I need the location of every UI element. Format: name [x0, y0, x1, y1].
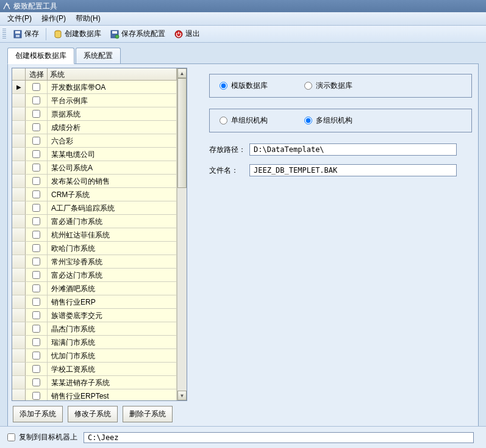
row-header[interactable] [12, 322, 26, 335]
row-system-cell[interactable]: 发布某公司的销售 [48, 175, 177, 187]
row-system-cell[interactable]: 销售行业ERPTest [48, 389, 177, 400]
menu-help[interactable]: 帮助(H) [71, 12, 105, 25]
radio-demo-db[interactable]: 演示数据库 [304, 81, 352, 91]
row-checkbox[interactable] [32, 190, 40, 198]
row-header[interactable] [12, 228, 26, 241]
table-row[interactable]: 富必达门市系统 [12, 269, 177, 282]
table-row[interactable]: 某公司系统A [12, 161, 177, 175]
row-header[interactable] [12, 349, 26, 362]
row-header[interactable] [12, 363, 26, 375]
delete-subsystem-button[interactable]: 删除子系统 [123, 406, 173, 422]
table-row[interactable]: 杭州虹达菲佳系统 [12, 228, 177, 242]
path-input[interactable] [249, 143, 457, 156]
row-checkbox[interactable] [32, 110, 40, 118]
row-checkbox[interactable] [32, 96, 40, 104]
row-checkbox[interactable] [32, 392, 40, 400]
row-checkbox[interactable] [32, 338, 40, 346]
row-system-cell[interactable]: 某某电缆公司 [48, 148, 177, 161]
table-row[interactable]: 销售行业ERP [12, 295, 177, 309]
row-header[interactable] [12, 215, 26, 228]
table-row[interactable]: 常州宝珍香系统 [12, 255, 177, 269]
row-checkbox[interactable] [32, 365, 40, 373]
row-system-cell[interactable]: 忧加门市系统 [48, 349, 177, 362]
scroll-down-arrow-icon[interactable]: ▼ [177, 391, 187, 400]
table-row[interactable]: CRM子系统 [12, 188, 177, 201]
row-header[interactable] [12, 175, 26, 187]
save-button[interactable]: 保存 [9, 27, 43, 41]
tab-system-config[interactable]: 系统配置 [76, 48, 121, 63]
radio-template-db[interactable]: 模版数据库 [220, 81, 268, 91]
row-header[interactable] [12, 255, 26, 268]
file-input[interactable] [249, 164, 457, 176]
row-checkbox[interactable] [32, 150, 40, 158]
table-row[interactable]: 某某电缆公司 [12, 148, 177, 161]
table-row[interactable]: 瑞满门市系统 [12, 336, 177, 349]
row-system-cell[interactable]: 杭州虹达菲佳系统 [48, 228, 177, 241]
row-checkbox[interactable] [32, 325, 40, 333]
save-sys-cfg-button[interactable]: 保存系统配置 [105, 27, 170, 41]
row-checkbox[interactable] [32, 231, 40, 239]
row-checkbox[interactable] [32, 137, 40, 145]
row-header[interactable] [12, 309, 26, 322]
row-system-cell[interactable]: 某某进销存子系统 [48, 376, 177, 389]
row-header[interactable] [12, 201, 26, 214]
exit-button[interactable]: 退出 [170, 27, 204, 41]
row-checkbox[interactable] [32, 164, 40, 172]
copy-checkbox-input[interactable] [7, 433, 15, 441]
row-header[interactable] [12, 242, 26, 255]
create-db-button[interactable]: 创建数据库 [49, 27, 105, 41]
row-system-cell[interactable]: 销售行业ERP [48, 295, 177, 308]
table-row[interactable]: 晶杰门市系统 [12, 322, 177, 336]
radio-multi-org-input[interactable] [304, 117, 312, 125]
table-row[interactable]: A工厂条码追踪系统 [12, 201, 177, 215]
row-checkbox[interactable] [32, 298, 40, 306]
row-system-cell[interactable]: 晶杰门市系统 [48, 322, 177, 335]
table-row[interactable]: 某某进销存子系统 [12, 376, 177, 389]
row-checkbox[interactable] [32, 204, 40, 212]
row-checkbox[interactable] [32, 123, 40, 131]
table-row[interactable]: 族谱娄底李交元 [12, 309, 177, 322]
menu-file[interactable]: 文件(P) [2, 12, 37, 25]
scroll-up-arrow-icon[interactable]: ▲ [177, 68, 187, 78]
row-checkbox[interactable] [32, 284, 40, 292]
row-checkbox[interactable] [32, 271, 40, 279]
radio-single-org[interactable]: 单组织机构 [220, 115, 268, 126]
row-system-cell[interactable]: 成绩分析 [48, 121, 177, 134]
row-system-cell[interactable]: A工厂条码追踪系统 [48, 201, 177, 214]
row-system-cell[interactable]: 平台示例库 [48, 94, 177, 107]
add-subsystem-button[interactable]: 添加子系统 [13, 406, 63, 422]
row-header[interactable] [12, 121, 26, 134]
copy-to-target-checkbox[interactable]: 复制到目标机器上 [7, 432, 77, 443]
radio-single-org-input[interactable] [220, 117, 227, 125]
table-row[interactable]: 六合彩 [12, 134, 177, 148]
row-header[interactable] [12, 269, 26, 281]
row-system-cell[interactable]: 某公司系统A [48, 161, 177, 174]
row-header[interactable] [12, 94, 26, 107]
row-system-cell[interactable]: 票据系统 [48, 107, 177, 120]
table-row[interactable]: ▶开发数据库带OA [12, 81, 177, 94]
row-system-cell[interactable]: 常州宝珍香系统 [48, 255, 177, 268]
row-checkbox[interactable] [32, 352, 40, 359]
table-row[interactable]: 富必通门市系统 [12, 215, 177, 228]
radio-demo-db-input[interactable] [304, 82, 312, 90]
row-header[interactable] [12, 295, 26, 308]
row-system-cell[interactable]: 六合彩 [48, 134, 177, 147]
table-row[interactable]: 外滩酒吧系统 [12, 282, 177, 295]
row-checkbox[interactable] [32, 177, 40, 185]
scroll-thumb[interactable] [177, 78, 187, 188]
table-row[interactable]: 平台示例库 [12, 94, 177, 107]
row-header[interactable] [12, 107, 26, 120]
col-header-system[interactable]: 系统 [48, 68, 177, 80]
edit-subsystem-button[interactable]: 修改子系统 [68, 406, 118, 422]
row-header[interactable] [12, 148, 26, 161]
row-system-cell[interactable]: 瑞满门市系统 [48, 336, 177, 349]
radio-multi-org[interactable]: 多组织机构 [304, 115, 352, 126]
vertical-scrollbar[interactable]: ▲ ▼ [177, 68, 187, 400]
target-path-input[interactable] [84, 432, 474, 443]
row-system-cell[interactable]: 外滩酒吧系统 [48, 282, 177, 295]
table-row[interactable]: 学校工资系统 [12, 363, 177, 376]
row-header[interactable] [12, 389, 26, 400]
row-checkbox[interactable] [32, 83, 40, 91]
row-system-cell[interactable]: 欧哈门市系统 [48, 242, 177, 255]
row-header[interactable] [12, 336, 26, 349]
